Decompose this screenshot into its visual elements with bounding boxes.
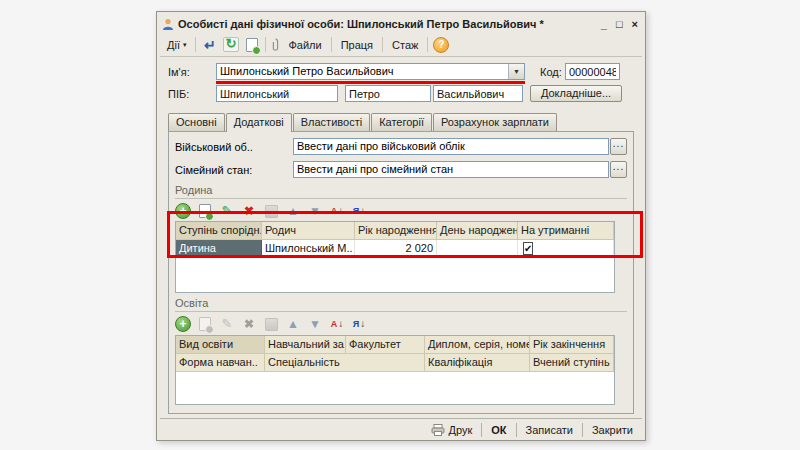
sort-descending-button[interactable]: Я↓ xyxy=(351,316,367,332)
tab-rozrakhunok[interactable]: Розрахунок зарплати xyxy=(433,113,557,131)
cell-birth-day[interactable] xyxy=(437,240,518,258)
move-up-button[interactable]: ▲ xyxy=(285,203,301,219)
dependent-checkbox[interactable]: ✔ xyxy=(523,242,533,255)
marital-ellipsis-button[interactable]: ... xyxy=(610,161,627,178)
copy-button[interactable] xyxy=(243,37,260,53)
tab-dodatkovi[interactable]: Додаткові xyxy=(226,113,292,132)
last-name-field[interactable] xyxy=(216,85,338,102)
copy-row-button[interactable] xyxy=(197,203,213,219)
sort-ascending-button[interactable]: А↓ xyxy=(329,203,345,219)
sort-ascending-button[interactable]: А↓ xyxy=(329,316,345,332)
move-down-button[interactable]: ▼ xyxy=(307,203,323,219)
family-header-row: Ступінь спорідн.. Родич Рік народження Д… xyxy=(176,222,614,240)
add-row-button[interactable]: + xyxy=(175,203,191,219)
delete-row-button[interactable]: ✖ xyxy=(241,203,257,219)
tab-kategorii[interactable]: Категорії xyxy=(371,113,432,131)
end-edit-button-disabled xyxy=(263,316,279,332)
post-and-close-button[interactable]: ↵ xyxy=(201,37,218,53)
sort-descending-button[interactable]: Я↓ xyxy=(351,203,367,219)
sort-desc-icon: Я xyxy=(353,204,359,218)
maximize-button[interactable]: □ xyxy=(616,19,623,30)
column-header-dependent[interactable]: На утриманні xyxy=(518,222,614,240)
cell-dependent[interactable]: ✔ xyxy=(518,240,614,258)
sort-asc-icon: А xyxy=(331,317,338,331)
column-header-education-type[interactable]: Вид освіти xyxy=(176,336,265,354)
seniority-button[interactable]: Стаж xyxy=(388,38,422,52)
arrow-down-icon: ↓ xyxy=(360,317,365,331)
seniority-label: Стаж xyxy=(392,39,418,51)
person-data-dialog: Особисті дані фізичної особи: Шпилонськи… xyxy=(156,11,646,441)
marital-value: Ввести дані про сімейний стан xyxy=(294,162,608,177)
copy-row-button-disabled xyxy=(197,316,213,332)
combo-dropdown-button[interactable]: ▼ xyxy=(508,64,524,79)
column-header-birth-year[interactable]: Рік народження xyxy=(355,222,437,240)
education-group-title: Освіта xyxy=(175,297,627,309)
tab-osnovni[interactable]: Основні xyxy=(168,113,225,131)
toolbar-separator xyxy=(331,37,332,52)
column-header-qualification[interactable]: Кваліфікація xyxy=(425,354,530,372)
ok-button[interactable]: ОК xyxy=(482,421,515,439)
add-row-button[interactable]: + xyxy=(175,316,191,332)
toolbar-separator xyxy=(195,37,196,52)
tab-vlastyvosti[interactable]: Властивості xyxy=(293,113,370,131)
caret-down-icon: ▾ xyxy=(183,41,187,49)
document-plus-icon xyxy=(199,204,211,218)
column-header-institution[interactable]: Навчальний за.. xyxy=(265,336,346,354)
print-button[interactable]: Друк xyxy=(422,421,482,439)
pib-label: ПІБ: xyxy=(168,88,216,100)
return-arrow-icon: ↵ xyxy=(204,38,216,52)
middle-name-field[interactable] xyxy=(433,85,523,102)
move-up-button[interactable]: ▲ xyxy=(285,316,301,332)
reread-button[interactable]: ↻ xyxy=(222,37,239,53)
family-toolbar: + ✎ ✖ ▲ ▼ А↓ Я↓ xyxy=(175,202,627,220)
edit-row-button[interactable]: ✎ xyxy=(219,203,235,219)
header-form: Ім'я: Шпилонський Петро Васильйович ▼ Ко… xyxy=(160,57,642,111)
family-data-row[interactable]: Дитина Шпилонський М.. 2 020 ✔ xyxy=(176,240,614,258)
military-ellipsis-button[interactable]: ... xyxy=(610,138,627,155)
chevron-down-icon: ▼ xyxy=(513,68,520,75)
column-header-graduation-year[interactable]: Рік закінчення xyxy=(530,336,614,354)
labor-button[interactable]: Праця xyxy=(337,38,377,52)
education-header-row-1: Вид освіти Навчальний за.. Факультет Дип… xyxy=(176,336,614,354)
actions-label: Дії xyxy=(167,39,180,51)
code-field[interactable] xyxy=(565,63,620,80)
education-toolbar: + ✎ ✖ ▲ ▼ А↓ Я↓ xyxy=(175,315,627,333)
family-table-empty-area[interactable] xyxy=(176,258,614,292)
column-header-study-form[interactable]: Форма навчан.. xyxy=(176,354,265,372)
name-combobox[interactable]: Шпилонський Петро Васильйович ▼ xyxy=(216,63,525,80)
column-header-speciality[interactable]: Спеціальність xyxy=(265,354,425,372)
military-field[interactable]: Ввести дані про військовий облік xyxy=(293,138,609,155)
close-button[interactable]: × xyxy=(632,19,638,30)
column-header-diploma[interactable]: Диплом, серія, номер xyxy=(425,336,530,354)
name-row: Ім'я: Шпилонський Петро Васильйович ▼ Ко… xyxy=(168,63,634,80)
marital-field[interactable]: Ввести дані про сімейний стан xyxy=(293,161,609,178)
plus-icon: + xyxy=(175,203,191,219)
cell-birth-year[interactable]: 2 020 xyxy=(355,240,437,258)
minimize-button[interactable]: _ xyxy=(601,19,607,30)
column-header-relative[interactable]: Родич xyxy=(262,222,355,240)
marital-label: Сімейний стан: xyxy=(175,164,293,176)
tab-page-dodatkovi: Військовий об.. Ввести дані про військов… xyxy=(168,131,634,414)
help-icon[interactable]: ? xyxy=(433,37,449,53)
education-table-empty-area[interactable] xyxy=(176,372,614,404)
save-button[interactable]: Записати xyxy=(517,421,582,439)
column-header-degree[interactable]: Ступінь спорідн.. xyxy=(176,222,262,240)
move-down-button[interactable]: ▼ xyxy=(307,316,323,332)
column-header-birth-day[interactable]: День народження xyxy=(437,222,518,240)
printer-icon xyxy=(431,424,445,436)
main-toolbar: Дії ▾ ↵ ↻ Файли Праця xyxy=(160,33,642,57)
column-header-degree[interactable]: Вчений ступінь xyxy=(530,354,614,372)
files-button[interactable]: Файли xyxy=(284,38,325,52)
print-label: Друк xyxy=(449,424,473,436)
sort-desc-icon: Я xyxy=(353,317,359,331)
actions-menu-button[interactable]: Дії ▾ xyxy=(163,38,190,52)
cell-relative[interactable]: Шпилонський М.. xyxy=(262,240,355,258)
arrow-down-icon: ↓ xyxy=(338,204,343,218)
cell-degree[interactable]: Дитина xyxy=(176,240,262,258)
details-button[interactable]: Докладніше... xyxy=(530,85,622,102)
military-value: Ввести дані про військовий облік xyxy=(294,139,608,154)
document-plus-icon xyxy=(199,317,211,331)
column-header-faculty[interactable]: Факультет xyxy=(346,336,425,354)
close-window-button[interactable]: Закрити xyxy=(583,421,642,439)
first-name-field[interactable] xyxy=(345,85,431,102)
